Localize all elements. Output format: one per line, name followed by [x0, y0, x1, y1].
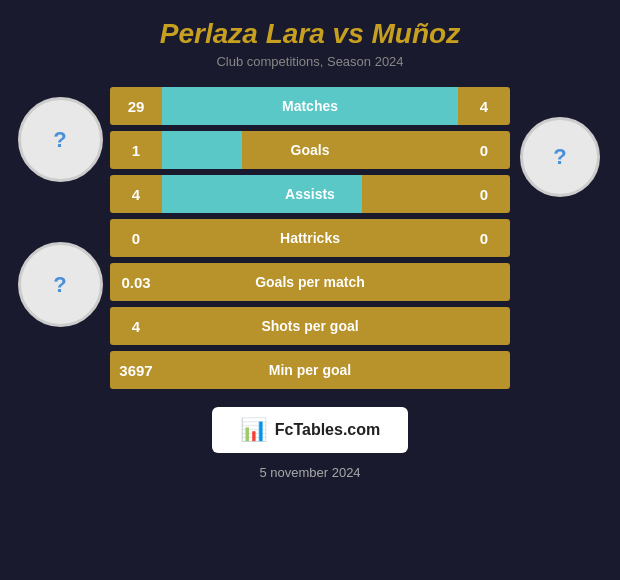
left-avatars: ? ?: [10, 97, 110, 327]
stat-left-assists: 4: [110, 186, 162, 203]
match-date: 5 november 2024: [259, 465, 360, 480]
match-title: Perlaza Lara vs Muñoz: [160, 18, 460, 50]
stat-label-gpm: Goals per match: [255, 274, 365, 290]
avatar-icon-2: ?: [53, 272, 66, 298]
stat-right-goals: 0: [458, 142, 510, 159]
fctables-chart-icon: 📊: [240, 417, 267, 443]
avatar-icon-1: ?: [53, 127, 66, 153]
stat-label-spg: Shots per goal: [261, 318, 358, 334]
stat-left-hattricks: 0: [110, 230, 162, 247]
stat-row-goals-per-match: 0.03 Goals per match: [110, 263, 510, 301]
stat-left-matches: 29: [110, 98, 162, 115]
stat-label-mpg: Min per goal: [269, 362, 351, 378]
stat-right-assists: 0: [458, 186, 510, 203]
avatar-icon-right: ?: [553, 144, 566, 170]
stat-row-matches: 29 Matches 4: [110, 87, 510, 125]
stat-left-mpg: 3697: [110, 362, 162, 379]
right-avatar-1: ?: [520, 117, 600, 197]
stat-label-goals: Goals: [291, 142, 330, 158]
stat-label-matches: Matches: [282, 98, 338, 114]
fctables-text: FcTables.com: [275, 421, 381, 439]
left-avatar-2: ?: [18, 242, 103, 327]
match-subtitle: Club competitions, Season 2024: [216, 54, 403, 69]
stat-row-shots-per-goal: 4 Shots per goal: [110, 307, 510, 345]
fctables-logo: 📊 FcTables.com: [212, 407, 409, 453]
stat-right-matches: 4: [458, 98, 510, 115]
stat-left-goals: 1: [110, 142, 162, 159]
stat-left-gpm: 0.03: [110, 274, 162, 291]
main-card: Perlaza Lara vs Muñoz Club competitions,…: [0, 0, 620, 580]
stat-label-hattricks: Hattricks: [280, 230, 340, 246]
stat-left-spg: 4: [110, 318, 162, 335]
stat-row-goals: 1 Goals 0: [110, 131, 510, 169]
content-area: ? ? 29 Matches 4 1 Goals 0: [0, 87, 620, 389]
stat-row-assists: 4 Assists 0: [110, 175, 510, 213]
stat-label-assists: Assists: [285, 186, 335, 202]
right-avatars: ?: [510, 117, 610, 197]
stat-row-min-per-goal: 3697 Min per goal: [110, 351, 510, 389]
stat-right-hattricks: 0: [458, 230, 510, 247]
left-avatar-1: ?: [18, 97, 103, 182]
stats-area: 29 Matches 4 1 Goals 0 4 Assists 0: [110, 87, 510, 389]
stat-row-hattricks: 0 Hattricks 0: [110, 219, 510, 257]
